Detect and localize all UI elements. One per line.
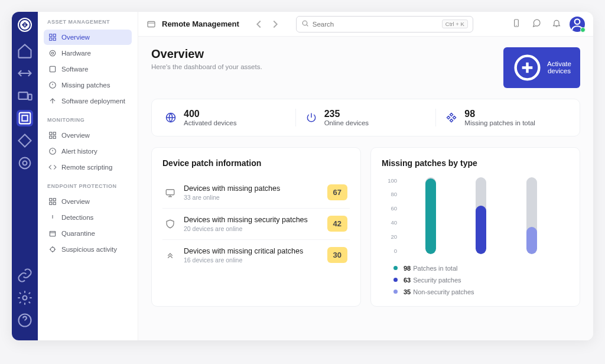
sidebar-item-software[interactable]: Software: [44, 61, 132, 77]
svg-point-13: [50, 50, 55, 56]
app-logo[interactable]: [18, 18, 32, 32]
rail-tag-icon[interactable]: [17, 132, 33, 149]
sidebar-item-overview[interactable]: Overview: [44, 30, 132, 45]
svg-rect-17: [50, 132, 52, 135]
svg-rect-3: [19, 113, 31, 124]
chart-bar: [476, 177, 486, 254]
svg-rect-25: [53, 202, 56, 204]
legend-item: 98Patches in total: [393, 265, 569, 272]
rail-help-icon[interactable]: [17, 312, 33, 329]
bug-icon: [48, 245, 57, 254]
warning-icon: [48, 213, 57, 222]
rail-shield-icon[interactable]: [17, 155, 33, 171]
sidebar-item-remote-scripting[interactable]: Remote scripting: [44, 160, 132, 175]
sidebar-item-detections[interactable]: Detections: [44, 210, 132, 225]
app-shell: ASSET MANAGEMENT Overview Hardware Softw…: [12, 12, 593, 340]
breadcrumb-title: Remote Management: [162, 20, 239, 28]
patch-row[interactable]: Devices with missing critical patches16 …: [162, 240, 350, 271]
svg-rect-18: [53, 132, 56, 135]
sidebar-item-hardware[interactable]: Hardware: [44, 46, 132, 61]
chip-icon: [48, 49, 57, 57]
svg-rect-28: [148, 21, 155, 27]
topbar: Remote Management Ctrl + K: [138, 12, 593, 37]
svg-rect-1: [19, 92, 28, 99]
nav-back-icon[interactable]: [252, 18, 265, 31]
sidebar-item-alert-history[interactable]: Alert history: [44, 144, 132, 159]
search-kbd: Ctrl + K: [442, 20, 468, 28]
svg-rect-23: [53, 199, 56, 201]
svg-rect-34: [166, 189, 174, 194]
legend-item: 63Security patches: [393, 277, 569, 284]
count-badge: 30: [327, 247, 347, 263]
bar-chart: 100806040200: [382, 177, 569, 254]
svg-point-14: [51, 52, 54, 54]
rail-home-icon[interactable]: [17, 43, 33, 59]
rail-transfer-icon[interactable]: [17, 65, 33, 82]
svg-rect-11: [50, 38, 52, 40]
rail-settings-icon[interactable]: [17, 290, 33, 306]
nav-forward-icon[interactable]: [269, 18, 282, 31]
count-badge: 42: [327, 216, 347, 232]
sidebar-item-quarantine[interactable]: Quarantine: [44, 226, 132, 241]
chart-bar: [425, 177, 436, 254]
layout-icon: [48, 33, 57, 41]
patch-row[interactable]: Devices with missing security patches20 …: [162, 209, 350, 240]
power-icon: [305, 112, 317, 124]
chat-icon[interactable]: [529, 16, 544, 32]
svg-rect-10: [53, 34, 56, 37]
globe-icon: [165, 112, 177, 124]
search-box[interactable]: Ctrl + K: [296, 16, 473, 32]
activate-devices-button[interactable]: Activate devices: [503, 47, 580, 88]
page-subtitle: Here's the dashboard of your assets.: [151, 63, 262, 70]
sidebar-item-mon-overview[interactable]: Overview: [44, 128, 132, 143]
svg-rect-26: [50, 232, 55, 236]
count-badge: 67: [327, 184, 347, 200]
svg-point-5: [19, 158, 31, 169]
panel-title: Missing patches by type: [382, 158, 569, 168]
package-icon: [48, 65, 57, 73]
nav-rail: [12, 12, 38, 340]
sidebar-heading: ENDPOINT PROTECTION: [44, 183, 132, 189]
rail-management-icon[interactable]: [17, 110, 33, 126]
patches-icon: [445, 112, 457, 124]
sidebar-item-missing-patches[interactable]: Missing patches: [44, 77, 132, 93]
avatar[interactable]: [570, 17, 585, 32]
patch-info-panel: Device patch information Devices with mi…: [151, 147, 361, 307]
bell-icon[interactable]: [549, 16, 564, 32]
alert-icon: [48, 147, 57, 155]
svg-point-7: [23, 296, 27, 300]
device-icon[interactable]: [509, 16, 523, 32]
svg-rect-19: [50, 136, 52, 138]
sidebar-heading: MONITORING: [44, 117, 132, 123]
monitor-icon: [165, 187, 175, 198]
sidebar-item-ep-overview[interactable]: Overview: [44, 194, 132, 209]
stat-activated: 400Activated devices: [155, 109, 296, 126]
stat-online: 235Online devices: [296, 109, 437, 126]
svg-rect-22: [50, 199, 52, 201]
patch-row[interactable]: Devices with missing patches33 are onlin…: [162, 177, 350, 209]
chart-y-axis: 100806040200: [382, 177, 397, 254]
svg-point-29: [302, 21, 307, 25]
svg-point-6: [23, 161, 27, 165]
svg-rect-9: [50, 34, 52, 37]
layout-icon: [48, 131, 57, 139]
svg-point-31: [575, 19, 580, 24]
search-icon: [301, 19, 309, 30]
deploy-icon: [48, 97, 57, 105]
svg-point-27: [51, 248, 55, 252]
rail-link-icon[interactable]: [17, 267, 33, 284]
search-input[interactable]: [313, 21, 442, 28]
chevrons-up-icon: [165, 250, 175, 261]
page-title: Overview: [151, 47, 262, 61]
svg-rect-12: [53, 38, 56, 40]
sidebar-item-suspicious[interactable]: Suspicious activity: [44, 242, 132, 257]
svg-rect-15: [50, 66, 55, 72]
box-icon: [48, 229, 57, 238]
content: Overview Here's the dashboard of your as…: [138, 37, 593, 340]
svg-rect-20: [53, 136, 56, 138]
rail-devices-icon[interactable]: [17, 87, 33, 104]
sidebar: ASSET MANAGEMENT Overview Hardware Softw…: [38, 12, 138, 340]
sidebar-item-software-deployment[interactable]: Software deployment: [44, 93, 132, 109]
stat-missing: 98Missing patches in total: [436, 109, 576, 126]
panel-title: Device patch information: [162, 158, 350, 168]
